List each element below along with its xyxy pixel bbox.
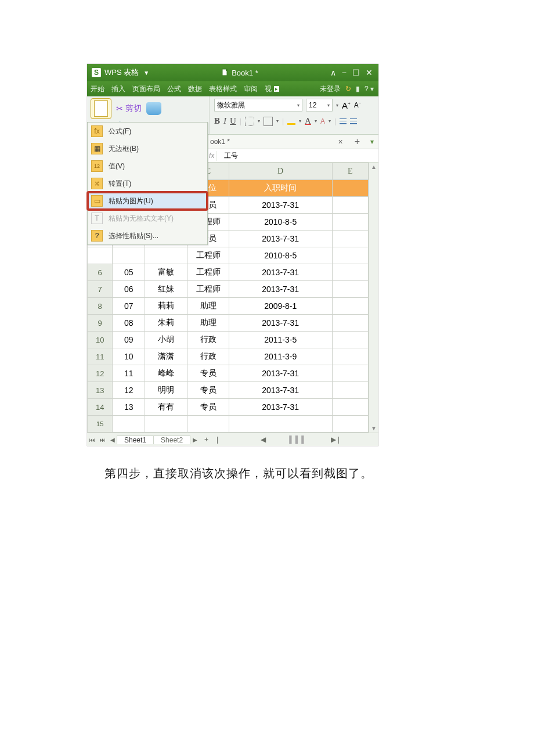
skin-icon[interactable]: ▮ xyxy=(356,85,360,93)
sheet-nav-last-icon[interactable]: ⏭ xyxy=(98,437,108,443)
menu-page-layout[interactable]: 页面布局 xyxy=(129,81,164,96)
underline-button[interactable]: U xyxy=(230,116,236,126)
merge-button[interactable] xyxy=(264,117,273,126)
clear-format-button[interactable]: A xyxy=(320,117,325,125)
text-icon: T xyxy=(91,213,103,224)
svg-rect-1 xyxy=(226,69,228,71)
bold-button[interactable]: B xyxy=(214,116,220,126)
formula-value[interactable]: 工号 xyxy=(217,151,245,161)
menu-view[interactable]: 视 xyxy=(261,81,275,96)
paste-dropdown-menu: fx 公式(F) ▦ 无边框(B) 12 值(V) ⤭ 转置(T) ▭ 粘贴为图… xyxy=(87,122,208,245)
paste-as-picture-item[interactable]: ▭ 粘贴为图片(U) ↖ xyxy=(88,192,207,210)
vertical-scrollbar[interactable]: ▲ ▼ xyxy=(369,163,378,433)
cursor-icon: ↖ xyxy=(138,197,143,205)
sheet-tab[interactable]: Sheet2 xyxy=(153,435,190,444)
cell[interactable]: 2013-7-31 xyxy=(229,197,332,214)
value-icon: 12 xyxy=(91,160,103,172)
paste-special-label: 选择性粘贴(S)... xyxy=(109,231,158,241)
menu-review[interactable]: 审阅 xyxy=(240,81,261,96)
cell[interactable]: 2010-8-5 xyxy=(229,247,332,264)
sheet-nav-next-icon[interactable]: ▶ xyxy=(190,437,200,443)
cell[interactable]: 2013-7-31 xyxy=(229,231,332,247)
menu-table-style[interactable]: 表格样式 xyxy=(205,81,240,96)
table-row[interactable]: 807莉莉助理2009-8-1 xyxy=(88,298,369,315)
restore-icon[interactable]: ☐ xyxy=(352,68,360,77)
minimize-icon[interactable]: − xyxy=(342,68,347,77)
paste-special-item[interactable]: ? 选择性粘贴(S)... xyxy=(88,227,207,244)
app-name: WPS 表格 xyxy=(104,67,139,78)
paste-button[interactable] xyxy=(91,98,111,119)
wps-spreadsheet-window: S WPS 表格 ▼ Book1 * ∧ − ☐ ✕ 开始 插入 页面布局 公式 xyxy=(87,64,378,446)
font-size-value: 12 xyxy=(309,101,316,109)
cell[interactable]: 2010-8-5 xyxy=(229,214,332,231)
menu-home[interactable]: 开始 xyxy=(87,81,108,96)
paste-no-border-item[interactable]: ▦ 无边框(B) xyxy=(88,140,207,157)
paste-value-item[interactable]: 12 值(V) xyxy=(88,157,207,175)
picture-icon: ▭ xyxy=(91,195,103,207)
hscroll-right-icon[interactable]: ▶ | xyxy=(331,435,340,444)
expand-panel-icon[interactable]: ▾ xyxy=(366,138,378,146)
format-painter-icon[interactable] xyxy=(146,102,161,115)
cut-label: 剪切 xyxy=(125,103,142,114)
table-row[interactable]: 908朱莉助理2013-7-31 xyxy=(88,315,369,332)
scroll-down-icon[interactable]: ▼ xyxy=(371,425,377,431)
table-row[interactable]: 1009小胡行政2011-3-5 xyxy=(88,332,369,348)
header-hire-date: 入职时间 xyxy=(229,180,332,197)
no-border-icon: ▦ xyxy=(91,143,103,154)
document-title: Book1 * xyxy=(232,69,258,77)
paste-special-icon: ? xyxy=(91,230,103,242)
table-row[interactable]: 1211峰峰专员2013-7-31 xyxy=(88,365,369,382)
font-color-button[interactable]: A xyxy=(305,116,311,126)
sheet-nav-prev-icon[interactable]: ◀ xyxy=(108,437,117,443)
table-row[interactable]: 1110潇潇行政2011-3-9 xyxy=(88,348,369,365)
formula-icon: fx xyxy=(91,125,103,137)
menu-formulas[interactable]: 公式 xyxy=(164,81,185,96)
fx-icon[interactable]: fx xyxy=(207,152,217,160)
table-row[interactable]: 1413有有专员2013-7-31 xyxy=(88,399,369,416)
caption-text: 第四步，直接取消该次操作，就可以看到截图了。 xyxy=(104,466,534,481)
sheet-nav-first-icon[interactable]: ⏮ xyxy=(87,437,98,443)
close-tab-icon[interactable]: × xyxy=(332,137,348,146)
document-tab[interactable]: ook1 * xyxy=(207,138,233,146)
col-header-e[interactable]: E xyxy=(332,163,368,180)
table-row[interactable]: 工程师 2010-8-5 xyxy=(88,247,369,264)
paste-transpose-item[interactable]: ⤭ 转置(T) xyxy=(88,175,207,192)
close-icon[interactable]: ✕ xyxy=(366,68,373,77)
menu-bar: 开始 插入 页面布局 公式 数据 表格样式 审阅 视 ▸ 未登录 ↻ ▮ ? ▾ xyxy=(87,81,378,96)
hscroll-thumb[interactable]: ▌▌▌ xyxy=(289,435,308,444)
table-row[interactable]: 605富敏工程师2013-7-31 xyxy=(88,264,369,281)
paste-as-picture-label: 粘贴为图片(U) xyxy=(109,196,153,206)
cut-button[interactable]: ✂ 剪切 xyxy=(116,103,142,114)
collapse-ribbon-icon[interactable]: ∧ xyxy=(330,68,336,77)
app-menu-dropdown[interactable]: ▼ xyxy=(143,70,149,76)
table-row[interactable]: 1312明明专员2013-7-31 xyxy=(88,382,369,399)
col-header-d[interactable]: D xyxy=(229,163,332,180)
add-sheet-icon[interactable]: + xyxy=(200,435,213,444)
fill-color-button[interactable] xyxy=(287,117,295,125)
table-row[interactable]: 706红妹工程师2013-7-31 xyxy=(88,281,369,298)
hscroll-left-icon[interactable]: ◀ xyxy=(261,435,266,444)
sheet-tab[interactable]: Sheet1 xyxy=(117,435,154,444)
paste-formula-item[interactable]: fx 公式(F) xyxy=(88,123,207,140)
font-size-select[interactable]: 12▾ xyxy=(306,99,333,111)
menu-insert[interactable]: 插入 xyxy=(108,81,129,96)
decrease-indent-icon[interactable] xyxy=(340,118,347,124)
font-name-select[interactable]: 微软雅黑▾ xyxy=(214,99,302,111)
new-tab-icon[interactable]: + xyxy=(349,136,366,147)
menu-data[interactable]: 数据 xyxy=(185,81,205,96)
decrease-font-icon[interactable]: A− xyxy=(354,101,361,109)
menu-more-badge[interactable]: ▸ xyxy=(274,86,279,92)
paste-transpose-label: 转置(T) xyxy=(109,179,131,189)
table-row[interactable]: 15 xyxy=(88,416,369,433)
help-icon[interactable]: ? ▾ xyxy=(365,85,374,93)
cell[interactable]: 工程师 xyxy=(187,247,229,264)
login-status[interactable]: 未登录 xyxy=(320,84,341,94)
scroll-up-icon[interactable]: ▲ xyxy=(371,164,377,170)
increase-indent-icon[interactable] xyxy=(350,118,357,124)
sync-icon[interactable]: ↻ xyxy=(345,85,351,93)
paste-no-border-label: 无边框(B) xyxy=(109,144,139,154)
border-button[interactable] xyxy=(245,117,254,126)
increase-font-icon[interactable]: A+ xyxy=(342,100,351,110)
title-bar: S WPS 表格 ▼ Book1 * ∧ − ☐ ✕ xyxy=(87,64,378,81)
italic-button[interactable]: I xyxy=(223,116,226,126)
